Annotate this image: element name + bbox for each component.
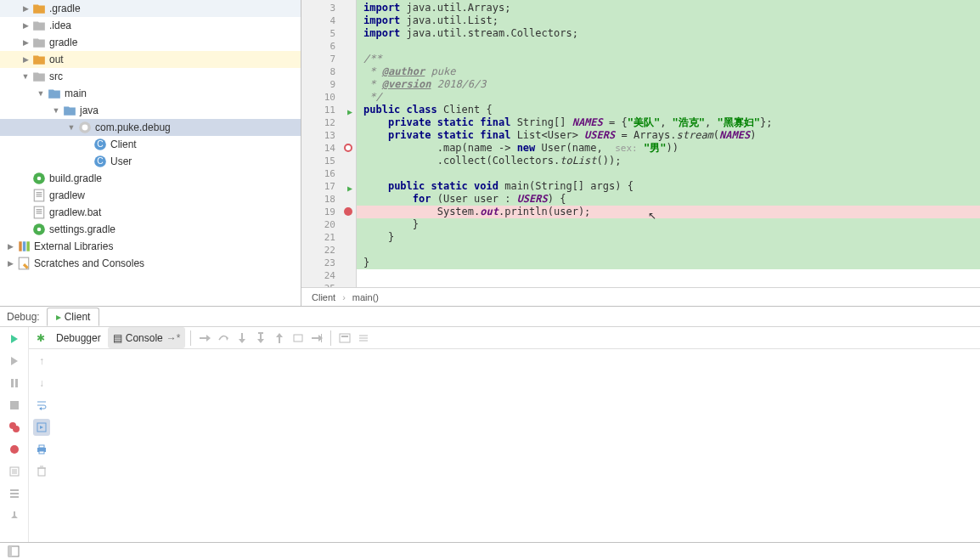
tree-item[interactable]: gradlew	[0, 187, 301, 204]
tree-item[interactable]: ▼main	[0, 85, 301, 102]
code-line[interactable]: */	[357, 91, 980, 104]
print-button[interactable]	[33, 441, 50, 458]
tree-item[interactable]: ▼src	[0, 68, 301, 85]
run-gutter-icon[interactable]: ▶	[344, 105, 352, 114]
breadcrumb[interactable]: Client › main()	[301, 287, 980, 306]
gutter-line[interactable]: 13	[301, 129, 356, 142]
gutter-line[interactable]: 3	[301, 2, 356, 14]
code-line[interactable]: * @version 2018/6/3	[357, 78, 980, 91]
get-thread-dump-button[interactable]	[6, 463, 23, 480]
gutter-line[interactable]: 22	[301, 244, 356, 257]
chevron-down-icon[interactable]: ▼	[20, 71, 31, 82]
up-stack-button[interactable]: ↑	[33, 353, 50, 370]
breakpoint-muted-icon[interactable]	[344, 144, 352, 152]
tree-item[interactable]: ▼java	[0, 102, 301, 119]
code-line[interactable]	[357, 167, 980, 180]
code-line[interactable]: * @author puke	[357, 65, 980, 78]
gutter-line[interactable]: 19	[301, 206, 356, 218]
stop-button[interactable]	[6, 397, 23, 414]
code-line[interactable]: private static final List<User> USERS = …	[357, 129, 980, 142]
gutter-line[interactable]: 23	[301, 257, 356, 269]
tree-item[interactable]: CClient	[0, 136, 301, 153]
project-tree[interactable]: ▶.gradle▶.idea▶gradle▶out▼src▼main▼java▼…	[0, 0, 301, 306]
chevron-right-icon[interactable]: ▶	[5, 241, 15, 251]
code-line[interactable]	[357, 282, 980, 287]
gutter-line[interactable]: 8	[301, 65, 356, 78]
gutter-line[interactable]: 4	[301, 14, 356, 27]
tree-item[interactable]: CUser	[0, 153, 301, 170]
run-to-cursor-button[interactable]	[308, 330, 325, 347]
tree-item[interactable]: ▶.idea	[0, 17, 301, 34]
code-line[interactable]: import java.util.stream.Collectors;	[357, 27, 980, 40]
clear-all-button[interactable]	[33, 463, 50, 480]
force-step-into-button[interactable]	[252, 330, 269, 347]
run-gutter-icon[interactable]: ▶	[344, 182, 352, 190]
console-output[interactable]	[54, 349, 980, 542]
show-execution-point-button[interactable]	[196, 330, 213, 347]
code-line[interactable]: }	[357, 231, 980, 244]
step-into-button[interactable]	[234, 330, 251, 347]
code-line[interactable]: import java.util.List;	[357, 14, 980, 27]
tree-item[interactable]: gradlew.bat	[0, 204, 301, 221]
step-over-button[interactable]	[215, 330, 232, 347]
gutter-line[interactable]: 18	[301, 193, 356, 206]
gutter-line[interactable]: 17▶	[301, 180, 356, 193]
pin-tab-button[interactable]	[6, 507, 23, 524]
code-line[interactable]	[357, 40, 980, 53]
code-line[interactable]: public static void main(String[] args) {	[357, 180, 980, 193]
code-line[interactable]: for (User user : USERS) {	[357, 193, 980, 206]
mute-breakpoints-button[interactable]	[6, 441, 23, 458]
chevron-right-icon[interactable]: ▶	[20, 54, 31, 65]
debugger-tab[interactable]: Debugger	[51, 327, 106, 348]
code-line[interactable]: }	[357, 257, 980, 269]
gutter-line[interactable]: 6	[301, 40, 356, 53]
editor-gutter[interactable]: 34567891011▶121314151617▶181920212223242…	[301, 0, 357, 287]
code-line[interactable]: /**	[357, 53, 980, 65]
tree-item[interactable]: ▶Scratches and Consoles	[0, 255, 301, 272]
tree-item[interactable]: ▶External Libraries	[0, 238, 301, 255]
console-tab[interactable]: ▤ Console →*	[108, 327, 186, 348]
chevron-down-icon[interactable]: ▼	[66, 122, 76, 133]
gutter-line[interactable]: 9	[301, 78, 356, 91]
code-line[interactable]	[357, 269, 980, 282]
down-stack-button[interactable]: ↓	[33, 375, 50, 392]
gutter-line[interactable]: 11▶	[301, 104, 356, 116]
trace-current-stream-chain-button[interactable]	[355, 330, 372, 347]
gutter-line[interactable]: 16	[301, 167, 356, 180]
step-out-button[interactable]	[271, 330, 288, 347]
tree-item[interactable]: build.gradle	[0, 170, 301, 187]
gutter-line[interactable]: 15	[301, 155, 356, 167]
pause-button[interactable]	[6, 375, 23, 392]
gutter-line[interactable]: 7	[301, 53, 356, 65]
code-line[interactable]: }	[357, 218, 980, 231]
gutter-line[interactable]: 5	[301, 27, 356, 40]
tool-windows-quick-access-button[interactable]	[5, 543, 22, 560]
soft-wrap-button[interactable]	[33, 397, 50, 414]
gutter-line[interactable]: 20	[301, 218, 356, 231]
gutter-line[interactable]: 21	[301, 231, 356, 244]
chevron-down-icon[interactable]: ▼	[36, 88, 46, 99]
resume-button[interactable]	[6, 353, 23, 370]
breadcrumb-class[interactable]: Client	[312, 292, 335, 302]
gutter-line[interactable]: 10	[301, 91, 356, 104]
breakpoint-icon[interactable]	[344, 207, 352, 216]
tree-item[interactable]: ▶gradle	[0, 34, 301, 51]
code-line[interactable]: .map(name -> new User(name, sex: "男"))	[357, 142, 980, 155]
scroll-to-end-button[interactable]	[33, 419, 50, 436]
chevron-down-icon[interactable]: ▼	[51, 105, 61, 116]
code-line[interactable]: .collect(Collectors.toList());	[357, 155, 980, 167]
gutter-line[interactable]: 12	[301, 116, 356, 129]
drop-frame-button[interactable]	[290, 330, 307, 347]
gutter-line[interactable]: 14	[301, 142, 356, 155]
gutter-line[interactable]: 25	[301, 282, 356, 287]
code-line[interactable]	[357, 244, 980, 257]
code-line[interactable]: public class Client {	[357, 104, 980, 116]
debug-session-tab[interactable]: ▸ Client	[47, 308, 100, 326]
evaluate-expression-button[interactable]	[336, 330, 353, 347]
chevron-right-icon[interactable]: ▶	[20, 20, 31, 31]
code-line[interactable]: import java.util.Arrays;	[357, 2, 980, 14]
settings-button[interactable]	[6, 485, 23, 502]
code-editor[interactable]: import java.util.Arrays;import java.util…	[357, 0, 980, 287]
code-line[interactable]: System.out.println(user);	[357, 206, 980, 218]
tree-item[interactable]: ▶out	[0, 51, 301, 68]
